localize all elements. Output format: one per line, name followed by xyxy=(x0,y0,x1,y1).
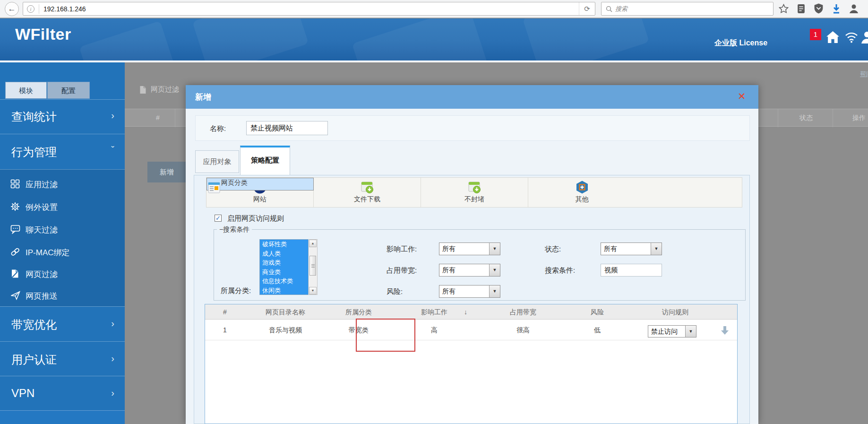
url-text[interactable]: 192.168.1.246 xyxy=(43,5,86,13)
dropdown-arrow-icon[interactable]: ▼ xyxy=(489,286,500,297)
dialog-titlebar: 新增 ✕ xyxy=(186,85,758,109)
breadcrumb-label: 网页过滤 xyxy=(151,85,179,94)
type-tab-label: 网页分类 xyxy=(221,179,248,190)
bookmark-star-icon[interactable] xyxy=(779,4,789,14)
home-icon[interactable] xyxy=(826,31,840,43)
col-hash: # xyxy=(156,114,160,121)
type-tab-file-download[interactable]: 文件下载 xyxy=(314,178,421,207)
download-icon[interactable] xyxy=(832,4,841,14)
listbox-option[interactable]: 游戏类 xyxy=(260,258,308,268)
chevron-right-icon: › xyxy=(111,318,114,329)
enable-rule-checkbox[interactable]: ✓ xyxy=(215,215,222,222)
sidebar-item-vpn[interactable]: VPN › xyxy=(0,376,125,410)
access-rule-select[interactable]: 禁止访问 ▼ xyxy=(648,325,696,337)
sidebar-tab-modules[interactable]: 模块 xyxy=(5,82,47,99)
tab-apply-objects[interactable]: 应用对象 xyxy=(195,150,239,173)
help-link[interactable]: 帮助 xyxy=(860,70,868,78)
library-icon[interactable] xyxy=(797,4,806,14)
listbox-scrollbar[interactable]: ▲ ▼ xyxy=(309,239,318,295)
type-tab-no-block[interactable]: 不封堵 xyxy=(421,178,528,207)
sidebar-submenu: 应用过滤 例外设置 聊天过滤 IP-MAC绑定 网页过滤 网页推送 xyxy=(0,169,125,306)
type-tab-other[interactable]: 其他 xyxy=(528,178,636,207)
tab-policy-config[interactable]: 策略配置 xyxy=(240,146,290,175)
link-icon xyxy=(10,247,20,257)
scroll-down-icon[interactable]: ▼ xyxy=(309,287,317,294)
type-tab-web-category[interactable]: 网页分类 xyxy=(206,178,314,190)
sidebar-item-chat-filter[interactable]: 聊天过滤 xyxy=(0,218,125,241)
listbox-option[interactable]: 破坏性类 xyxy=(260,240,308,249)
category-type-strip: 网站 网页分类 文件下载 xyxy=(206,177,742,208)
sidebar-item-bandwidth[interactable]: 带宽优化 › xyxy=(0,306,125,341)
th-risk[interactable]: 风险 xyxy=(578,308,616,317)
chat-bubble-icon xyxy=(10,225,20,234)
th-name[interactable]: 网页目录名称 xyxy=(252,308,318,317)
sidebar-item-more[interactable] xyxy=(0,410,125,424)
search-placeholder: 搜索 xyxy=(615,5,627,13)
site-info-icon[interactable]: i xyxy=(27,5,34,13)
sidebar-item-web-filter[interactable]: 网页过滤 xyxy=(0,262,125,285)
category-listbox[interactable]: 破坏性类 成人类 游戏类 商业类 信息技术类 休闲类 xyxy=(259,239,309,295)
bandwidth-select[interactable]: 所有 ▼ xyxy=(439,264,500,277)
chevron-right-icon: › xyxy=(111,388,114,398)
name-input[interactable]: 禁止视频网站 xyxy=(246,121,328,135)
scroll-up-icon[interactable]: ▲ xyxy=(309,240,317,247)
dropdown-arrow-icon[interactable]: ▼ xyxy=(651,243,662,255)
shield-icon[interactable] xyxy=(814,3,824,14)
type-tab-label: 不封堵 xyxy=(421,195,528,204)
name-row: 名称: 禁止视频网站 xyxy=(195,115,750,141)
risk-label: 风险: xyxy=(387,287,403,296)
notification-badge[interactable]: 1 xyxy=(810,29,821,40)
type-tab-label: 网站 xyxy=(206,195,313,204)
browser-search-input[interactable]: 搜索 xyxy=(601,2,773,16)
th-bandwidth[interactable]: 占用带宽 xyxy=(497,308,549,317)
sidebar-item-app-filter[interactable]: 应用过滤 xyxy=(0,173,125,195)
dropdown-arrow-icon[interactable]: ▼ xyxy=(489,264,500,276)
status-label: 状态: xyxy=(545,245,561,254)
download-window-icon xyxy=(360,180,374,194)
listbox-option[interactable]: 信息技术类 xyxy=(260,277,308,286)
close-icon[interactable]: ✕ xyxy=(738,91,746,102)
dropdown-arrow-icon[interactable]: ▼ xyxy=(685,326,696,337)
sidebar-item-query-stats[interactable]: 查询统计 › xyxy=(0,99,125,134)
scroll-thumb[interactable] xyxy=(309,256,316,276)
wifi-icon[interactable] xyxy=(845,32,858,43)
risk-select[interactable]: 所有 ▼ xyxy=(439,285,500,298)
sidebar-item-user-auth[interactable]: 用户认证 › xyxy=(0,341,125,376)
type-tab-label: 其他 xyxy=(528,195,636,204)
user-icon[interactable] xyxy=(861,31,868,43)
fieldset-legend: −搜索条件 xyxy=(217,225,252,234)
screen: ← i 192.168.1.246 ⟳ 搜索 WFilter 企业版 Licen… xyxy=(0,0,868,424)
reload-icon[interactable]: ⟳ xyxy=(579,2,595,15)
impact-select[interactable]: 所有 ▼ xyxy=(439,242,500,255)
listbox-option[interactable]: 成人类 xyxy=(260,249,308,259)
cell-index: 1 xyxy=(223,326,227,334)
th-access-rule[interactable]: 访问规则 xyxy=(649,308,701,317)
th-impact[interactable]: 影响工作 xyxy=(408,308,460,317)
sidebar-item-behavior-mgmt[interactable]: 行为管理 ˇ xyxy=(0,134,125,169)
app-header: WFilter 企业版 License 1 xyxy=(0,18,868,61)
gear-icon xyxy=(10,202,20,211)
policy-panel: 网站 网页分类 文件下载 xyxy=(194,175,750,424)
sidebar-item-web-push[interactable]: 网页推送 xyxy=(0,284,125,307)
dropdown-arrow-icon[interactable]: ▼ xyxy=(489,243,500,255)
add-button-background[interactable]: 新增 xyxy=(147,162,186,182)
listbox-option[interactable]: 商业类 xyxy=(260,268,308,277)
status-select[interactable]: 所有 ▼ xyxy=(601,242,662,255)
listbox-option[interactable]: 休闲类 xyxy=(260,286,308,295)
sidebar-item-exceptions[interactable]: 例外设置 xyxy=(0,195,125,218)
type-tab-label: 文件下载 xyxy=(314,195,421,204)
url-bar[interactable]: i 192.168.1.246 ⟳ xyxy=(23,2,595,16)
sidebar-item-ip-mac-binding[interactable]: IP-MAC绑定 xyxy=(0,241,125,263)
cell-risk: 低 xyxy=(578,326,616,335)
sidebar-tab-config[interactable]: 配置 xyxy=(47,82,90,99)
cell-name: 音乐与视频 xyxy=(252,326,318,335)
th-index: # xyxy=(223,308,227,316)
account-icon[interactable] xyxy=(849,4,859,14)
th-category[interactable]: 所属分类 xyxy=(333,308,385,317)
back-button[interactable]: ← xyxy=(5,2,19,16)
webpage-icon xyxy=(207,181,221,195)
browser-toolbar: ← i 192.168.1.246 ⟳ 搜索 xyxy=(0,0,868,18)
move-down-icon[interactable] xyxy=(719,325,730,336)
sort-desc-icon[interactable]: ↓ xyxy=(464,308,467,316)
keyword-input[interactable]: 视频 xyxy=(601,264,662,277)
